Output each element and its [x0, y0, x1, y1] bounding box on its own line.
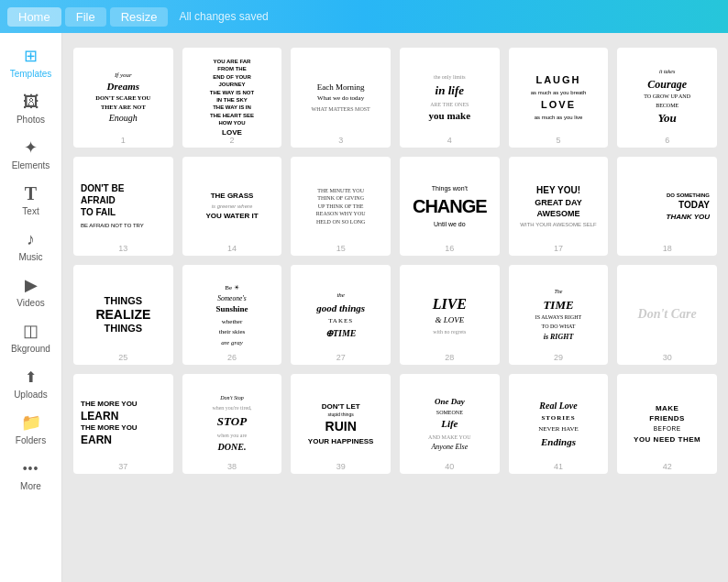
- template-card-14[interactable]: The Grass is greener where You Water It …: [182, 157, 282, 257]
- template-card-16[interactable]: Things won't CHANGE Until we do 16: [400, 157, 500, 257]
- template-text-41: Real Love STORIES NEVER HAVE Endings: [516, 399, 601, 450]
- uploads-icon: ⬆: [21, 367, 41, 387]
- sidebar-item-more[interactable]: ••• More: [4, 453, 59, 497]
- template-card-38[interactable]: Don't Stop when you're tired, STOP when …: [182, 374, 282, 474]
- card-number-42: 42: [663, 462, 672, 471]
- template-text-27: the good things TAKES ⊕TIME: [298, 290, 383, 341]
- template-text-28: LIVE & LOVE with no regrets: [407, 294, 492, 336]
- file-button[interactable]: File: [65, 7, 106, 27]
- template-card-13[interactable]: DON'T BEAFRAIDTO FAIL BE AFRAID NOT TO T…: [73, 157, 173, 257]
- sidebar-label-background: Bkground: [11, 344, 50, 354]
- card-number-14: 14: [227, 244, 237, 253]
- resize-button[interactable]: Resize: [110, 7, 169, 27]
- card-number-13: 13: [118, 244, 127, 253]
- template-text-25: THINGS REALIZE THINGS: [81, 295, 166, 335]
- sidebar-label-templates: Templates: [10, 69, 52, 79]
- sidebar-item-photos[interactable]: 🖼 Photos: [4, 86, 59, 130]
- template-card-28[interactable]: LIVE & LOVE with no regrets 28: [400, 265, 500, 365]
- card-number-29: 29: [554, 353, 563, 362]
- card-number-30: 30: [663, 353, 672, 362]
- template-card-18[interactable]: DO SOMETHING TODAY THANK YOU 18: [617, 157, 717, 257]
- card-number-38: 38: [227, 462, 237, 471]
- card-number-1: 1: [121, 136, 126, 145]
- template-text-13: DON'T BEAFRAIDTO FAIL BE AFRAID NOT TO T…: [81, 182, 166, 230]
- card-number-3: 3: [338, 136, 343, 145]
- save-status: All changes saved: [179, 10, 268, 23]
- sidebar-item-background[interactable]: ◫ Bkground: [4, 315, 59, 359]
- template-text-3: Each Morning What we do today WHAT MATTE…: [298, 82, 383, 115]
- template-text-18: DO SOMETHING TODAY THANK YOU: [624, 191, 710, 223]
- sidebar-item-folders[interactable]: 📁 Folders: [4, 407, 59, 451]
- card-number-28: 28: [445, 353, 454, 362]
- template-grid: If your Dreams DON'T SCARE YOUTHEY ARE N…: [73, 48, 717, 474]
- template-text-29: The TIME IS ALWAYS RIGHT TO DO WHAT is R…: [516, 288, 601, 342]
- template-text-2: YOU ARE FARFROM THEEND OF YOURJOURNEYTHE…: [190, 58, 275, 137]
- template-text-5: LAUGH as much as you breath LOVE as much…: [516, 72, 601, 122]
- template-text-30: Don't Care: [624, 307, 710, 323]
- background-icon: ◫: [21, 321, 41, 341]
- template-card-15[interactable]: THE MINUTE YOUTHINK OF GIVINGUP THINK OF…: [291, 157, 391, 257]
- sidebar-item-videos[interactable]: ▶ Videos: [4, 269, 59, 313]
- more-icon: •••: [21, 458, 41, 478]
- elements-icon: ✦: [21, 137, 41, 158]
- card-number-40: 40: [445, 462, 454, 471]
- sidebar-item-text[interactable]: T Text: [4, 178, 59, 222]
- template-card-29[interactable]: The TIME IS ALWAYS RIGHT TO DO WHAT is R…: [509, 265, 609, 365]
- template-text-39: DON'T LET stupid things RUIN YOUR HAPPIN…: [298, 401, 383, 446]
- card-number-25: 25: [118, 353, 127, 362]
- folders-icon: 📁: [21, 412, 41, 433]
- card-number-6: 6: [665, 136, 669, 145]
- card-number-15: 15: [336, 244, 346, 253]
- sidebar-item-templates[interactable]: ⊞ Templates: [4, 40, 59, 84]
- card-number-37: 37: [118, 462, 127, 471]
- template-card-6[interactable]: it takes Courage TO GROW UP AND BECOME Y…: [617, 48, 717, 148]
- card-number-2: 2: [229, 136, 234, 145]
- template-card-39[interactable]: DON'T LET stupid things RUIN YOUR HAPPIN…: [291, 374, 391, 474]
- template-card-2[interactable]: YOU ARE FARFROM THEEND OF YOURJOURNEYTHE…: [182, 48, 282, 148]
- card-number-16: 16: [445, 244, 454, 253]
- card-number-17: 17: [554, 244, 563, 253]
- card-number-18: 18: [663, 244, 672, 253]
- template-card-26[interactable]: Be ☀ Someone's Sunshine whether their sk…: [182, 265, 282, 365]
- template-card-25[interactable]: THINGS REALIZE THINGS 25: [73, 265, 173, 365]
- template-card-1[interactable]: If your Dreams DON'T SCARE YOUTHEY ARE N…: [73, 48, 173, 148]
- card-number-26: 26: [227, 353, 237, 362]
- sidebar: ⊞ Templates 🖼 Photos ✦ Elements T Text ♪…: [0, 33, 62, 582]
- template-card-5[interactable]: LAUGH as much as you breath LOVE as much…: [509, 48, 609, 148]
- sidebar-label-folders: Folders: [16, 435, 46, 445]
- template-card-4[interactable]: the only limits in life ARE THE ONES you…: [400, 48, 500, 148]
- content-area[interactable]: If your Dreams DON'T SCARE YOUTHEY ARE N…: [62, 33, 728, 582]
- template-card-42[interactable]: MAKEFRIENDS BEFORE YOU NEED THEM 42: [617, 374, 717, 474]
- home-button[interactable]: Home: [7, 7, 61, 27]
- template-text-4: the only limits in life ARE THE ONES you…: [407, 71, 492, 123]
- sidebar-label-music: Music: [18, 252, 42, 262]
- template-text-6: it takes Courage TO GROW UP AND BECOME Y…: [624, 68, 710, 126]
- template-card-41[interactable]: Real Love STORIES NEVER HAVE Endings 41: [509, 374, 609, 474]
- template-text-16: Things won't CHANGE Until we do: [407, 183, 492, 229]
- photos-icon: 🖼: [21, 92, 41, 112]
- template-card-37[interactable]: THE MORE YOU LEARN THE MORE YOU EARN 37: [73, 374, 173, 474]
- card-number-41: 41: [554, 462, 563, 471]
- template-text-1: If your Dreams DON'T SCARE YOUTHEY ARE N…: [81, 71, 166, 125]
- card-number-27: 27: [336, 353, 346, 362]
- sidebar-label-text: Text: [22, 206, 39, 216]
- text-icon: T: [21, 183, 41, 203]
- sidebar-label-uploads: Uploads: [14, 390, 48, 400]
- sidebar-item-elements[interactable]: ✦ Elements: [4, 132, 59, 176]
- template-card-17[interactable]: HEY YOU! GREAT DAY AWESOME WITH YOUR AWE…: [509, 157, 609, 257]
- videos-icon: ▶: [21, 275, 41, 295]
- sidebar-item-music[interactable]: ♪ Music: [4, 224, 59, 268]
- template-card-3[interactable]: Each Morning What we do today WHAT MATTE…: [291, 48, 391, 148]
- template-text-40: One Day SOMEONE Life AND MAKE YOU Anyone…: [407, 396, 492, 453]
- template-card-40[interactable]: One Day SOMEONE Life AND MAKE YOU Anyone…: [400, 374, 500, 474]
- template-card-30[interactable]: Don't Care 30: [617, 265, 717, 365]
- top-bar: Home File Resize All changes saved: [0, 0, 728, 33]
- template-card-27[interactable]: the good things TAKES ⊕TIME 27: [291, 265, 391, 365]
- card-number-39: 39: [336, 462, 346, 471]
- sidebar-item-uploads[interactable]: ⬆ Uploads: [4, 361, 59, 405]
- template-text-17: HEY YOU! GREAT DAY AWESOME WITH YOUR AWE…: [516, 184, 601, 229]
- template-text-15: THE MINUTE YOUTHINK OF GIVINGUP THINK OF…: [298, 187, 383, 225]
- template-text-38: Don't Stop when you're tired, STOP when …: [190, 393, 275, 454]
- card-number-4: 4: [447, 136, 452, 145]
- sidebar-label-photos: Photos: [17, 115, 45, 125]
